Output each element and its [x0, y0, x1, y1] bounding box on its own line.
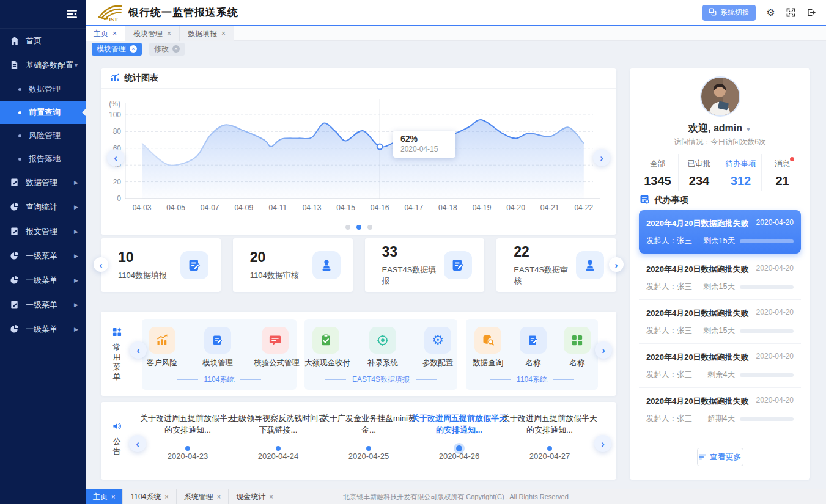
svg-text:04-09: 04-09 [234, 203, 253, 212]
close-icon[interactable]: × [217, 493, 221, 500]
clipboard-check-icon [312, 327, 339, 354]
sidebar-item-level1-menu-3[interactable]: 一级菜单 ▶ [0, 293, 86, 317]
svg-text:04-11: 04-11 [268, 203, 287, 212]
sidebar-item-level1-menu-1[interactable]: 一级菜单 ▶ [0, 244, 86, 268]
edit-doc-icon [180, 251, 208, 279]
menu-item-param-config[interactable]: ⚙ 参数配置 [418, 327, 457, 368]
sidebar-subitem-risk-manage[interactable]: 风险管理 [0, 124, 86, 147]
menu-item-name-1[interactable]: 名称 [515, 327, 551, 368]
sidebar-subitem-data-manage[interactable]: 数据管理 [0, 78, 86, 101]
close-icon[interactable]: × [221, 29, 226, 38]
view-more-button[interactable]: 查看更多 [697, 448, 743, 466]
menu-item-name-2[interactable]: 名称 [559, 327, 595, 368]
pager-dot[interactable] [345, 225, 350, 230]
sidebar-subitem-report-landing[interactable]: 报告落地 [0, 147, 86, 170]
pager-dot[interactable] [356, 225, 361, 230]
sidebar-subitem-front-query[interactable]: 前置查询 [0, 101, 86, 124]
sidebar-item-base-params[interactable]: 基础参数配置 ▼ [0, 53, 86, 78]
close-icon[interactable]: × [164, 493, 168, 500]
footer-tab-1104[interactable]: 1104系统× [123, 489, 176, 504]
close-icon[interactable]: × [111, 493, 115, 500]
switch-icon [709, 8, 717, 18]
chip-modify[interactable]: 修改× [149, 43, 185, 56]
stat-card-east4s-audit[interactable]: 22EAST4S数据审核 [496, 238, 616, 292]
announcements-prev-button[interactable]: ‹ [129, 435, 146, 452]
sidebar-item-level1-menu-2[interactable]: 一级菜单 ▶ [0, 268, 86, 293]
chart-next-button[interactable]: › [593, 149, 610, 166]
todo-item[interactable]: 2020年4月20日数据跑批失败2020-04-20 发起人：张三剩余15天 [639, 210, 801, 254]
footer-tab-home[interactable]: 主页× [86, 489, 123, 504]
stats-prev-button[interactable]: ‹ [94, 257, 108, 272]
chip-module-manage[interactable]: 模块管理× [92, 43, 142, 56]
svg-text:0: 0 [117, 194, 121, 203]
announcement-item[interactable]: 上级领导视察反洗钱时间表下载链接... 2020-04-24 [229, 412, 327, 461]
todo-item[interactable]: 2020年4月20日数据跑批失败2020-04-20 发起人：张三剩余4天 [639, 344, 801, 388]
stat-messages[interactable]: 消息21 [762, 154, 803, 191]
close-icon[interactable]: × [172, 45, 180, 53]
svg-text:04-19: 04-19 [473, 203, 492, 212]
top-header: IST 银行统一监管报送系统 系统切换 ⚙ [86, 0, 826, 26]
user-panel: 欢迎, admin▼ 访问情况：今日访问次数6次 全部1345 已审批234 待… [630, 68, 810, 480]
menu-item-module-manage[interactable]: 模块管理 [198, 327, 238, 368]
announcement-item[interactable]: 关于改进周五提前放假半天的安排通知... 2020-04-27 [501, 412, 599, 461]
menu-item-supplement-system[interactable]: 补录系统 [363, 327, 402, 368]
bullet-icon [18, 134, 21, 137]
home-icon [10, 36, 20, 46]
system-switch-button[interactable]: 系统切换 [702, 5, 756, 21]
close-icon[interactable]: × [167, 29, 171, 38]
stat-pending[interactable]: 待办事项312 [720, 154, 762, 191]
pie-chart-icon [10, 251, 20, 261]
announcement-item[interactable]: 关于改进周五提前放假半天的安排通知... 2020-04-23 [139, 412, 237, 461]
stat-value: 20 [250, 249, 299, 266]
app-title: 银行统一监管报送系统 [128, 5, 238, 20]
tab-data-fill[interactable]: 数据填报× [180, 26, 234, 41]
edit-doc-icon [204, 327, 231, 354]
svg-text:04-22: 04-22 [574, 203, 593, 212]
fullscreen-icon[interactable] [786, 7, 796, 18]
menu-item-formula-manage[interactable]: 校验公式管理 [254, 327, 297, 368]
stat-card-east4s-fill[interactable]: 33EAST4S数据填报 [365, 238, 485, 292]
sidebar-item-data-manage[interactable]: 数据管理 ▶ [0, 170, 86, 195]
close-icon[interactable]: × [130, 45, 137, 53]
stat-all[interactable]: 全部1345 [637, 154, 679, 191]
pie-chart-icon [10, 324, 20, 334]
avatar[interactable] [700, 76, 740, 117]
stat-label: EAST4S数据审核 [514, 265, 576, 287]
menu-item-customer-risk[interactable]: 客户风险 [142, 327, 182, 368]
chevron-down-icon: ▼ [73, 62, 79, 68]
stat-approved[interactable]: 已审批234 [679, 154, 720, 191]
stats-next-button[interactable]: › [609, 257, 624, 272]
footer-tab-sysmanage[interactable]: 系统管理× [177, 489, 229, 504]
todo-item[interactable]: 2020年4月20日数据跑批失败2020-04-20 发起人：张三剩余15天 [639, 256, 801, 300]
pager-dot[interactable] [367, 225, 372, 230]
announcement-item[interactable]: 关于改进周五提前放假半天的安排通知... 2020-04-26 [410, 412, 508, 461]
pie-chart-icon [10, 276, 20, 285]
todo-item[interactable]: 2020年4月20日数据跑批失败2020-04-20 发起人：张三剩余15天 [639, 300, 801, 344]
announcement-item[interactable]: 关于广发金业务挂盘mini黄金... 2020-04-25 [320, 412, 418, 461]
sidebar-item-query-stats[interactable]: 查询统计 ▶ [0, 195, 86, 219]
gear-icon[interactable]: ⚙ [765, 7, 776, 18]
logout-icon[interactable] [806, 7, 816, 18]
chart-prev-button[interactable]: ‹ [107, 149, 124, 166]
menu-item-data-query[interactable]: 数据查询 [469, 327, 507, 368]
stat-card-1104-audit[interactable]: 201104数据审核 [233, 238, 353, 292]
quick-menu-prev-button[interactable]: ‹ [130, 341, 147, 359]
sidebar-item-home[interactable]: 首页 [0, 29, 86, 53]
svg-text:(%): (%) [109, 100, 120, 108]
sidebar-item-message-manage[interactable]: 报文管理 ▶ [0, 219, 86, 244]
todo-item[interactable]: 2020年4月20日数据跑批失败2020-04-20 发起人：张三超期4天 [639, 388, 801, 431]
tab-home[interactable]: 主页× [86, 26, 125, 41]
sidebar-item-level1-menu-4[interactable]: 一级菜单 ▶ [0, 317, 86, 341]
announcements-next-button[interactable]: › [594, 435, 611, 452]
stat-card-1104-fill[interactable]: 101104数据填报 [101, 238, 221, 292]
quick-menu-title: 常用菜单 [112, 327, 122, 382]
menu-item-large-cash[interactable]: 大额现金收付 [304, 327, 347, 368]
close-icon[interactable]: × [269, 493, 273, 500]
welcome-text[interactable]: 欢迎, admin▼ [630, 122, 810, 135]
close-icon[interactable]: × [112, 29, 117, 38]
collapse-menu-icon[interactable] [67, 9, 77, 20]
statistics-chart[interactable]: 020406080100(%)04-0304-0504-0704-0904-11… [101, 90, 616, 217]
tab-module-manage[interactable]: 模块管理× [125, 26, 180, 41]
footer-tab-cashstats[interactable]: 现金统计× [229, 489, 281, 504]
quick-menu-next-button[interactable]: › [595, 341, 612, 359]
